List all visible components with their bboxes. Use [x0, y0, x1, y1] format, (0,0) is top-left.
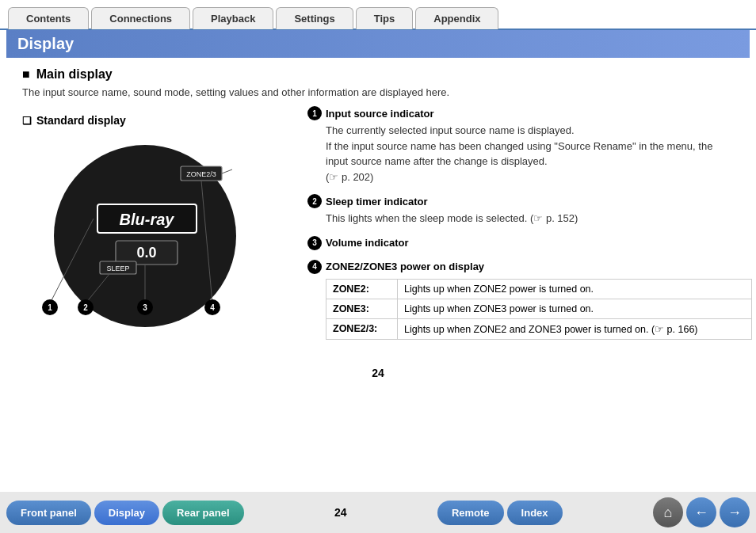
back-button[interactable]: ← — [686, 497, 716, 527]
page-number-bottom: 24 — [334, 506, 347, 519]
table-row: ZONE2: Lights up when ZONE2 power is tur… — [326, 279, 752, 299]
home-button[interactable]: ⌂ — [653, 497, 683, 527]
desc-text-1a: The currently selected input source name… — [326, 123, 734, 139]
content-columns: Standard display ZONE2/3 Blu-ray — [22, 106, 734, 349]
svg-text:4: 4 — [210, 303, 215, 312]
bottom-nav-center: Remote Index — [437, 501, 563, 525]
desc-item-1: 1 Input source indicator The currently s… — [307, 106, 734, 185]
desc-title-1: Input source indicator — [326, 108, 434, 120]
callout-2: 2 — [307, 194, 322, 208]
desc-text-1b: If the input source name has been change… — [326, 139, 734, 185]
tab-connections[interactable]: Connections — [91, 7, 190, 29]
front-panel-button[interactable]: Front panel — [6, 501, 91, 525]
zone-label-1: ZONE2: — [326, 279, 398, 299]
bottom-nav: Front panel Display Rear panel 24 Remote… — [0, 492, 756, 533]
nav-tabs: Contents Connections Playback Settings T… — [0, 6, 756, 30]
remote-button[interactable]: Remote — [437, 501, 504, 525]
desc-text-2: This lights when the sleep mode is selec… — [326, 211, 734, 227]
tab-settings[interactable]: Settings — [276, 7, 353, 29]
svg-text:1: 1 — [48, 303, 52, 312]
diagram-svg: ZONE2/3 Blu-ray 0.0 SLEEP — [22, 133, 268, 339]
svg-text:SLEEP: SLEEP — [106, 265, 129, 272]
svg-text:0.0: 0.0 — [136, 245, 156, 261]
svg-text:3: 3 — [143, 303, 147, 312]
svg-text:2: 2 — [83, 303, 88, 312]
table-row: ZONE3: Lights up when ZONE3 power is tur… — [326, 299, 752, 318]
tab-tips[interactable]: Tips — [356, 7, 414, 29]
desc-title-3: Volume indicator — [326, 237, 409, 249]
display-button[interactable]: Display — [94, 501, 159, 525]
desc-item-2: 2 Sleep timer indicator This lights when… — [307, 194, 734, 227]
page-number: 24 — [0, 367, 756, 379]
tab-playback[interactable]: Playback — [193, 7, 273, 29]
tab-contents[interactable]: Contents — [8, 7, 89, 29]
right-column: 1 Input source indicator The currently s… — [307, 106, 734, 349]
svg-text:Blu-ray: Blu-ray — [120, 211, 175, 228]
display-diagram-wrapper: ZONE2/3 Blu-ray 0.0 SLEEP — [22, 133, 292, 341]
bottom-nav-left: Front panel Display Rear panel — [6, 501, 244, 525]
zone-desc-1: Lights up when ZONE2 power is turned on. — [398, 279, 752, 299]
zone-label-3: ZONE2/3: — [326, 318, 398, 339]
zone-desc-3: Lights up when ZONE2 and ZONE3 power is … — [398, 318, 752, 339]
zone-desc-2: Lights up when ZONE3 power is turned on. — [398, 299, 752, 318]
table-row: ZONE2/3: Lights up when ZONE2 and ZONE3 … — [326, 318, 752, 339]
zone-label-2: ZONE3: — [326, 299, 398, 318]
desc-title-4: ZONE2/ZONE3 power on display — [326, 261, 484, 272]
zone-table: ZONE2: Lights up when ZONE2 power is tur… — [326, 279, 752, 340]
forward-button[interactable]: → — [720, 497, 750, 527]
desc-item-4: 4 ZONE2/ZONE3 power on display ZONE2: Li… — [307, 260, 734, 340]
svg-line-22 — [222, 169, 232, 173]
svg-text:ZONE2/3: ZONE2/3 — [186, 170, 216, 178]
bottom-nav-right: ⌂ ← → — [653, 497, 750, 527]
page-title: Display — [6, 30, 750, 58]
intro-text: The input source name, sound mode, setti… — [22, 86, 734, 98]
left-column: Standard display ZONE2/3 Blu-ray — [22, 106, 292, 341]
section-standard-display: Standard display — [22, 114, 292, 127]
callout-3: 3 — [307, 236, 322, 250]
index-button[interactable]: Index — [507, 501, 563, 525]
callout-4: 4 — [307, 260, 322, 274]
section-main-display: Main display — [22, 67, 734, 82]
callout-1: 1 — [307, 106, 322, 120]
main-content: Main display The input source name, soun… — [6, 58, 750, 359]
desc-item-3: 3 Volume indicator — [307, 236, 734, 250]
desc-title-2: Sleep timer indicator — [326, 196, 428, 207]
rear-panel-button[interactable]: Rear panel — [162, 501, 243, 525]
tab-appendix[interactable]: Appendix — [415, 7, 498, 29]
